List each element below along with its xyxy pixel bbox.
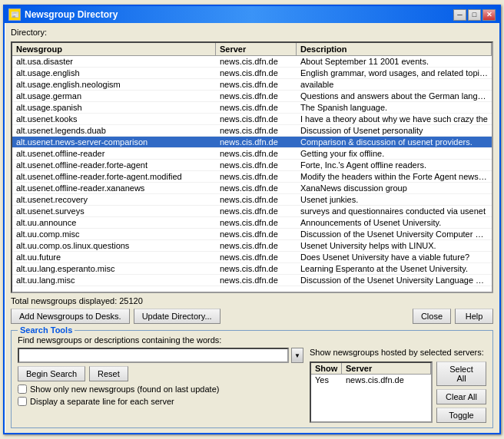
toggle-button[interactable]: Toggle	[436, 408, 486, 423]
help-button[interactable]: Help	[455, 309, 493, 324]
begin-search-button[interactable]: Begin Search	[18, 366, 85, 381]
table-row[interactable]: alt.usenet.legends.duab news.cis.dfn.de …	[12, 125, 492, 137]
server-row-name: news.cis.dfn.de	[342, 375, 431, 385]
table-row[interactable]: alt.uu.comp.os.linux.questions news.cis.…	[12, 240, 492, 252]
table-row[interactable]: alt.usenet.news-server-comparison news.c…	[12, 137, 492, 148]
cell-description: surveys and questionnaires conducted via…	[297, 206, 492, 216]
cell-newsgroup: alt.usenet.recovery	[12, 194, 216, 205]
cell-description: English grammar, word usages, and relate…	[297, 68, 492, 78]
cell-server: news.cis.dfn.de	[216, 56, 297, 67]
cell-newsgroup: alt.usenet.surveys	[12, 206, 216, 216]
header-description: Description	[297, 43, 492, 55]
cell-description: Questions and answers about the German l…	[297, 91, 492, 101]
table-body[interactable]: alt.usa.disaster news.cis.dfn.de About S…	[12, 56, 492, 292]
cell-newsgroup: alt.usenet.offline-reader	[12, 148, 216, 159]
cell-newsgroup: alt.uu.announce	[12, 217, 216, 228]
display-separate-checkbox[interactable]	[18, 397, 27, 406]
show-only-new-row: Show only new newsgroups (found on last …	[18, 385, 303, 394]
cell-description: Learning Esperanto at the Usenet Univers…	[297, 263, 492, 274]
clear-all-button[interactable]: Clear All	[436, 389, 486, 404]
cell-newsgroup: alt.usenet.offline-reader.forte-agent.mo…	[12, 171, 216, 182]
cell-newsgroup: alt.usenet.kooks	[12, 114, 216, 124]
maximize-button[interactable]: □	[468, 9, 481, 21]
cell-server: news.cis.dfn.de	[216, 252, 297, 262]
search-right: Show newsgroups hosted by selected serve…	[310, 348, 486, 423]
cell-newsgroup: alt.uu.comp.misc	[12, 229, 216, 239]
cell-server: news.cis.dfn.de	[216, 91, 297, 101]
search-combo-dropdown[interactable]: ▼	[291, 348, 303, 363]
close-button[interactable]: Close	[413, 309, 451, 324]
cell-description: Discussion of the Usenet University Lang…	[297, 275, 492, 286]
cell-server: news.cis.dfn.de	[216, 229, 297, 239]
cell-server: news.cis.dfn.de	[216, 68, 297, 78]
cell-description: The Spanish language.	[297, 102, 492, 113]
table-row[interactable]: alt.usenet.recovery news.cis.dfn.de Usen…	[12, 194, 492, 206]
show-only-new-label: Show only new newsgroups (found on last …	[30, 385, 219, 394]
update-directory-button[interactable]: Update Directory...	[134, 309, 220, 324]
reset-button[interactable]: Reset	[89, 366, 128, 381]
minimize-button[interactable]: ─	[453, 9, 466, 21]
table-row[interactable]: alt.usenet.offline-reader.forte-agent ne…	[12, 160, 492, 171]
app-icon: 📰	[8, 8, 21, 21]
cell-description: Announcements of Usenet University.	[297, 217, 492, 228]
table-row[interactable]: alt.uu.future news.cis.dfn.de Does Usene…	[12, 252, 492, 263]
table-row[interactable]: alt.usage.german news.cis.dfn.de Questio…	[12, 91, 492, 102]
cell-description: Does Usenet University have a viable fut…	[297, 252, 492, 262]
cell-description: Discussion of Usenet personality	[297, 125, 492, 136]
cell-server: news.cis.dfn.de	[216, 114, 297, 124]
table-row[interactable]: alt.usage.english.neologism news.cis.dfn…	[12, 79, 492, 91]
add-newsgroups-button[interactable]: Add Newsgroups to Desks.	[11, 309, 130, 324]
cell-server: news.cis.dfn.de	[216, 160, 297, 170]
table-row[interactable]: alt.usenet.offline-reader.forte-agent.mo…	[12, 171, 492, 183]
cell-server: news.cis.dfn.de	[216, 137, 297, 147]
table-row[interactable]: alt.usa.disaster news.cis.dfn.de About S…	[12, 56, 492, 68]
cell-newsgroup: alt.usenet.news-server-comparison	[12, 137, 216, 147]
select-all-button[interactable]: Select All	[436, 361, 486, 386]
show-only-new-checkbox[interactable]	[18, 385, 27, 394]
header-server: Server	[216, 43, 297, 55]
server-row-show: Yes	[311, 375, 342, 385]
table-row[interactable]: alt.uu.lang.esperanto.misc news.cis.dfn.…	[12, 263, 492, 275]
cell-server: news.cis.dfn.de	[216, 183, 297, 193]
table-row[interactable]: alt.usenet.offline-reader news.cis.dfn.d…	[12, 148, 492, 160]
table-row[interactable]: alt.usenet.kooks news.cis.dfn.de I have …	[12, 114, 492, 125]
cell-description: Modify the headers within the Forte Agen…	[297, 171, 492, 182]
server-table-row[interactable]: Yes news.cis.dfn.de	[311, 375, 431, 385]
table-row[interactable]: alt.uu.lang.misc news.cis.dfn.de Discuss…	[12, 275, 492, 286]
cell-newsgroup: alt.uu.lang.esperanto.misc	[12, 263, 216, 274]
cell-server: news.cis.dfn.de	[216, 102, 297, 113]
table-row[interactable]: alt.uu.comp.misc news.cis.dfn.de Discuss…	[12, 229, 492, 240]
table-row[interactable]: alt.uu.announce news.cis.dfn.de Announce…	[12, 217, 492, 229]
cell-newsgroup: alt.usenet.legends.duab	[12, 125, 216, 136]
cell-server: news.cis.dfn.de	[216, 171, 297, 182]
cell-newsgroup: alt.uu.lang.misc	[12, 275, 216, 286]
cell-server: news.cis.dfn.de	[216, 263, 297, 274]
table-row[interactable]: alt.usenet.offline-reader.xananews news.…	[12, 183, 492, 194]
content-area: Directory: Newsgroup Server Description …	[5, 23, 499, 433]
server-section-label: Show newsgroups hosted by selected serve…	[310, 348, 486, 357]
cell-description: Discussion of the Usenet University Comp…	[297, 229, 492, 239]
cell-description: available	[297, 79, 492, 90]
cell-description: I have a theory about why we have such c…	[297, 114, 492, 124]
table-row[interactable]: alt.usage.spanish news.cis.dfn.de The Sp…	[12, 102, 492, 114]
table-row[interactable]: alt.usenet.surveys news.cis.dfn.de surve…	[12, 206, 492, 217]
main-window: 📰 Newsgroup Directory ─ □ ✕ Directory: N…	[3, 5, 501, 434]
cell-description: XanaNews discussion group	[297, 183, 492, 193]
server-header-server: Server	[342, 363, 431, 374]
search-input[interactable]	[18, 348, 289, 363]
display-separate-label: Display a separate line for each server	[30, 397, 174, 406]
cell-newsgroup: alt.usenet.offline-reader.xananews	[12, 183, 216, 193]
newsgroup-table: Newsgroup Server Description alt.usa.dis…	[11, 41, 493, 293]
search-tools-frame: Search Tools Find newsgroups or descript…	[11, 330, 493, 428]
search-tools-label: Search Tools	[18, 325, 75, 335]
table-row[interactable]: alt.usage.english news.cis.dfn.de Englis…	[12, 68, 492, 79]
cell-description: Comparison & discussion of usenet provid…	[297, 137, 492, 147]
search-input-row: ▼	[18, 348, 303, 363]
cell-server: news.cis.dfn.de	[216, 79, 297, 90]
cell-newsgroup: alt.usage.english.neologism	[12, 79, 216, 90]
cell-description: Getting your fix offline.	[297, 148, 492, 159]
cell-newsgroup: alt.usage.spanish	[12, 102, 216, 113]
close-window-button[interactable]: ✕	[482, 9, 496, 21]
cell-server: news.cis.dfn.de	[216, 206, 297, 216]
cell-newsgroup: alt.usenet.offline-reader.forte-agent	[12, 160, 216, 170]
